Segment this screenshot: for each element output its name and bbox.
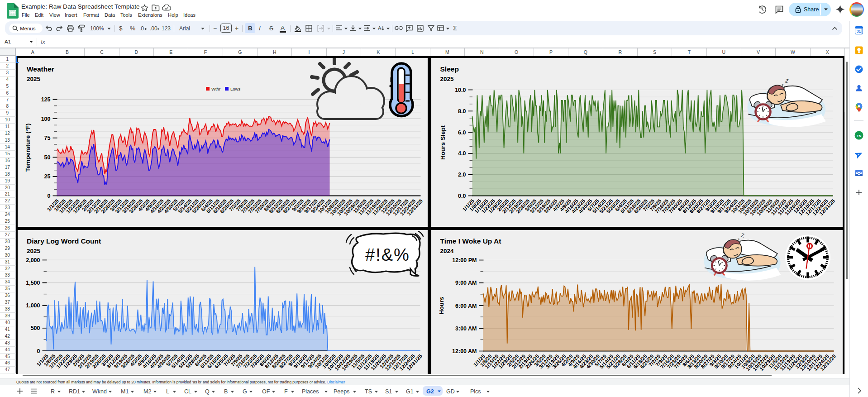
svg-text:2,000: 2,000 [26, 257, 40, 263]
svg-text:100: 100 [41, 116, 51, 122]
svg-text:31: 31 [857, 29, 861, 33]
svg-text:Weather: Weather [27, 65, 54, 73]
svg-text:8.0: 8.0 [458, 108, 466, 115]
svg-text:Wthr: Wthr [211, 86, 220, 91]
svg-text:12:00 PM: 12:00 PM [452, 257, 477, 263]
svg-text:1,000: 1,000 [26, 302, 40, 309]
svg-text:Z: Z [784, 77, 789, 84]
svg-text:Time I Woke Up At: Time I Woke Up At [440, 237, 501, 245]
svg-text:2.0: 2.0 [458, 172, 466, 178]
svg-text:10.0: 10.0 [455, 87, 466, 93]
svg-text:Diary Log Word Count: Diary Log Word Count [27, 237, 101, 245]
svg-text:2025: 2025 [27, 248, 41, 254]
svg-text:0.0: 0.0 [458, 193, 466, 199]
svg-text:TN: TN [857, 134, 862, 138]
svg-text:Z: Z [740, 232, 745, 238]
svg-text:Sleep: Sleep [440, 65, 459, 73]
svg-text:z: z [781, 82, 785, 88]
svg-text:Temperature (°F): Temperature (°F) [24, 123, 31, 172]
svg-text:125: 125 [41, 96, 51, 103]
svg-text:#!&%: #!&% [365, 245, 410, 264]
svg-text:z: z [737, 237, 740, 242]
svg-text:50: 50 [44, 154, 51, 161]
svg-text:3:00 AM: 3:00 AM [455, 325, 477, 332]
svg-text:Hours Slept: Hours Slept [439, 125, 446, 160]
svg-text:12:00 AM: 12:00 AM [452, 348, 477, 354]
svg-text:75: 75 [44, 135, 51, 141]
svg-text:0: 0 [37, 348, 40, 354]
svg-text:2025: 2025 [440, 76, 454, 82]
svg-text:6:00 AM: 6:00 AM [455, 303, 477, 309]
svg-text:9:00 AM: 9:00 AM [455, 280, 477, 286]
svg-text:6.0: 6.0 [458, 129, 466, 136]
svg-text:A: A [378, 25, 382, 31]
svg-text:Lows: Lows [230, 86, 240, 91]
svg-text:0: 0 [48, 193, 51, 199]
svg-text:1,500: 1,500 [26, 280, 40, 286]
svg-text:500: 500 [31, 325, 40, 331]
svg-text:4.0: 4.0 [458, 150, 466, 157]
svg-text:2024: 2024 [440, 248, 454, 254]
svg-text:2025: 2025 [27, 76, 41, 82]
svg-text:Hours: Hours [438, 297, 445, 314]
svg-text:25: 25 [44, 173, 51, 180]
